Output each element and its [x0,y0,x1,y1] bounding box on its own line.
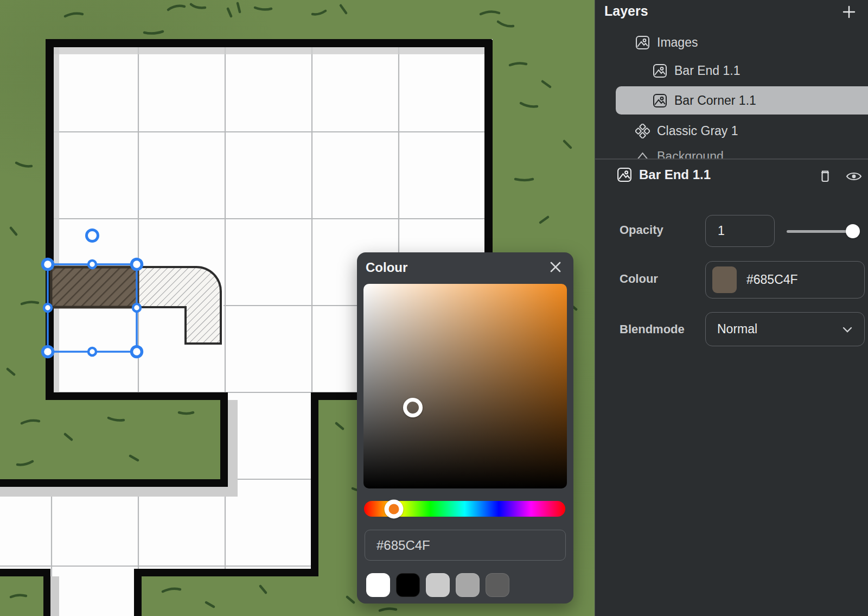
sv-cursor[interactable] [403,398,423,417]
map-editor-app: Colour #685C4F [0,0,868,616]
image-icon [635,35,650,50]
image-icon [617,167,632,182]
colour-value: #685C4F [746,272,798,287]
swatch-dark-gray[interactable] [486,573,509,597]
colour-picker-dialog: Colour #685C4F [357,252,573,604]
swatch-light-gray[interactable] [426,573,450,597]
opacity-value: 1 [718,224,725,238]
saturation-value-area[interactable] [363,284,567,488]
image-icon [653,93,667,108]
close-icon[interactable] [547,259,564,275]
slider-knob[interactable] [846,224,860,238]
swatch-gray[interactable] [456,573,480,597]
colour-field[interactable]: #685C4F [705,261,865,299]
layer-label: Bar End 1.1 [674,63,740,78]
dialog-header: Colour [357,252,573,284]
layer-label: Background [657,149,724,160]
layers-title: Layers [604,3,648,19]
swatch-white[interactable] [366,573,390,597]
hex-input[interactable]: #685C4F [365,530,566,561]
dialog-title: Colour [366,260,407,275]
hex-value: #685C4F [376,538,430,553]
opacity-input[interactable]: 1 [705,215,775,247]
layer-label: Bar Corner 1.1 [674,93,756,108]
swatch-black[interactable] [396,573,420,597]
hue-slider[interactable] [364,501,565,517]
trash-icon[interactable] [817,168,833,185]
colour-label: Colour [620,272,658,286]
panel-divider [595,158,868,160]
background-icon [635,149,650,160]
opacity-slider[interactable] [787,224,858,238]
opacity-label: Opacity [620,223,663,237]
chevron-down-icon [840,322,854,336]
pattern-icon [635,124,650,138]
swatch-row [366,573,509,597]
hue-handle[interactable] [385,499,404,518]
bar-end-object[interactable] [51,267,138,307]
blendmode-select[interactable]: Normal [705,312,865,346]
add-layer-button[interactable] [841,4,857,20]
layer-item-bar-corner-selected[interactable]: Bar Corner 1.1 [616,86,868,115]
properties-title-row: Bar End 1.1 [617,167,711,182]
layers-list: Layers Images [595,0,868,159]
rotate-handle [87,230,98,242]
layer-item-images[interactable]: Images [595,31,868,53]
layer-item-background[interactable]: Background [595,145,868,159]
properties-title: Bar End 1.1 [639,167,711,182]
blendmode-label: Blendmode [620,322,685,336]
layers-panel: Layers Images [595,0,868,616]
colour-chip[interactable] [712,266,737,293]
image-icon [653,63,667,78]
eye-icon[interactable] [845,168,861,185]
layer-label: Images [657,35,698,50]
layer-label: Classic Gray 1 [657,124,738,138]
layer-item-bar-end[interactable]: Bar End 1.1 [595,60,868,81]
blendmode-value: Normal [717,322,757,336]
layer-item-classic-gray[interactable]: Classic Gray 1 [595,120,868,142]
map-canvas[interactable]: Colour #685C4F [0,0,595,616]
